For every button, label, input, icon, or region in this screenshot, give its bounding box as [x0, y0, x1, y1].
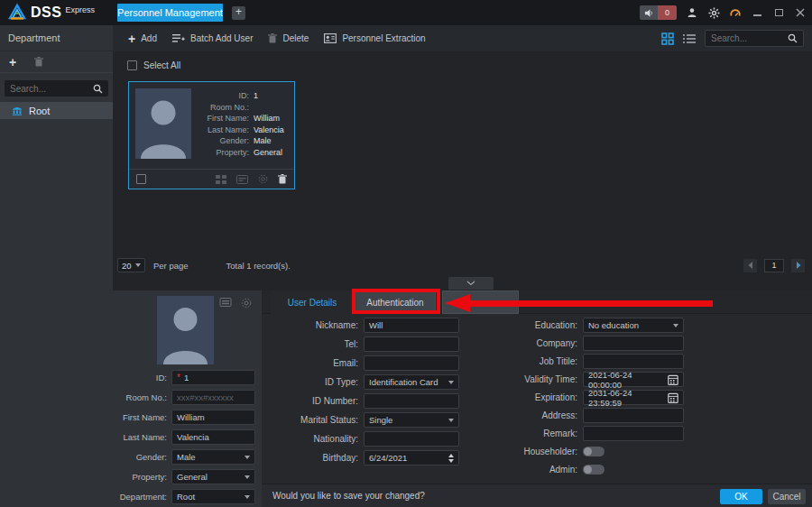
close-button[interactable] [794, 5, 807, 20]
total-records-label: Total 1 record(s). [226, 261, 291, 271]
card-icon[interactable] [236, 175, 248, 184]
alarm-center-button[interactable]: 0 [640, 5, 677, 20]
email-field[interactable] [364, 355, 459, 371]
search-icon [93, 84, 103, 94]
first-name-field[interactable] [171, 410, 255, 425]
settings-gear-icon[interactable] [707, 5, 720, 20]
collapse-panel-button[interactable] [448, 277, 494, 290]
department-select[interactable]: Root [171, 489, 255, 504]
chevron-down-icon [448, 381, 454, 384]
add-button[interactable]: + Add [128, 33, 157, 43]
company-row: Company: [492, 336, 684, 351]
profile-department-row: Department: Root [113, 489, 256, 504]
cancel-button[interactable]: Cancel [768, 489, 806, 504]
address-field[interactable] [583, 408, 684, 423]
room-no-field[interactable] [171, 390, 255, 405]
tel-field[interactable] [364, 336, 459, 352]
profile-photo[interactable] [157, 296, 214, 364]
property-select[interactable]: General [171, 469, 255, 484]
job-title-input[interactable] [588, 356, 678, 366]
department-search-input[interactable] [10, 84, 93, 94]
tab-user-details[interactable]: User Details [271, 290, 354, 314]
ok-button[interactable]: OK [720, 489, 762, 504]
sidebar-item-root-label: Root [29, 106, 50, 116]
chevron-down-icon [673, 324, 678, 327]
add-department-icon[interactable]: + [9, 58, 16, 67]
current-page-box[interactable]: 1 [764, 259, 784, 272]
card-field-room: Room No.: [191, 102, 289, 114]
spinner-arrows-icon[interactable] [448, 454, 454, 463]
batch-add-user-button[interactable]: Batch Add User [172, 33, 253, 43]
gender-select[interactable]: Male [171, 449, 255, 465]
remark-field[interactable] [583, 426, 684, 441]
education-select[interactable]: No education [583, 318, 684, 333]
chevron-down-icon [245, 456, 250, 459]
id-type-select[interactable]: Identification Card [364, 374, 459, 390]
householder-toggle[interactable] [583, 447, 604, 456]
personnel-extraction-button[interactable]: Personnel Extraction [324, 33, 425, 43]
nickname-field[interactable] [364, 318, 459, 333]
validity-time-picker[interactable]: 2021-06-24 00:00:00 [583, 372, 684, 387]
tab-personnel-management[interactable]: Personnel Management [117, 4, 223, 22]
delete-department-icon[interactable] [34, 57, 43, 67]
fingerprint-icon[interactable] [258, 174, 268, 184]
id-number-input[interactable] [369, 396, 454, 406]
nationality-field[interactable] [364, 431, 459, 447]
id-card-icon[interactable] [219, 298, 232, 307]
email-input[interactable] [369, 358, 454, 368]
calendar-icon[interactable] [668, 392, 678, 403]
calendar-icon[interactable] [668, 374, 678, 385]
last-name-input[interactable] [177, 432, 250, 442]
id-number-field[interactable] [364, 393, 459, 409]
chevron-down-icon [466, 281, 475, 286]
personnel-search-input[interactable] [711, 33, 788, 43]
tel-input[interactable] [369, 339, 454, 349]
prev-page-button[interactable] [743, 259, 757, 272]
first-name-input[interactable] [177, 412, 250, 422]
company-input[interactable] [588, 338, 678, 348]
grid-view-icon[interactable] [661, 32, 674, 45]
address-input[interactable] [588, 410, 678, 420]
list-view-icon[interactable] [683, 33, 696, 44]
id-field[interactable]: * 1 [171, 370, 255, 385]
last-name-field[interactable] [171, 429, 255, 445]
delete-button[interactable]: Delete [268, 33, 309, 43]
select-all-control[interactable]: Select All [127, 60, 180, 70]
user-details-form-right: Education: No education Company: Job Tit… [492, 318, 684, 480]
minimize-button[interactable] [751, 5, 763, 20]
marital-status-row: Marital Status: Single [262, 412, 459, 428]
chevron-down-icon [245, 475, 250, 479]
user-account-icon[interactable] [686, 5, 698, 20]
room-no-input[interactable] [177, 392, 250, 402]
nickname-row: Nickname: [262, 318, 459, 333]
select-all-label: Select All [143, 60, 180, 70]
personnel-search-box[interactable] [705, 30, 804, 47]
marital-status-select[interactable]: Single [364, 412, 459, 428]
authorize-icon[interactable] [216, 175, 226, 184]
chevron-right-icon [796, 262, 801, 269]
department-building-icon [12, 106, 23, 115]
department-search-box[interactable] [5, 80, 108, 97]
maximize-button[interactable] [772, 5, 785, 20]
job-title-field[interactable] [583, 354, 684, 369]
select-all-checkbox[interactable] [127, 60, 137, 70]
fingerprint-icon[interactable] [241, 298, 252, 309]
performance-gauge-icon[interactable] [729, 5, 742, 20]
new-tab-button[interactable]: + [232, 6, 245, 20]
nickname-input[interactable] [369, 320, 454, 330]
next-page-button[interactable] [791, 259, 805, 272]
person-card[interactable]: ID:1 Room No.: First Name:William Last N… [128, 81, 295, 189]
nationality-input[interactable] [369, 434, 454, 444]
admin-toggle[interactable] [583, 465, 604, 475]
profile-room-row: Room No.: [113, 390, 256, 405]
delete-person-icon[interactable] [278, 174, 287, 184]
department-sidebar: + Root [0, 51, 113, 507]
company-field[interactable] [583, 336, 684, 351]
remark-input[interactable] [588, 429, 678, 438]
expiration-picker[interactable]: 2031-06-24 23:59:59 [583, 390, 684, 405]
birthday-spinner[interactable]: 6/24/2021 [364, 450, 459, 466]
profile-column: ID: * 1 Room No.: First Name: [113, 290, 262, 507]
sidebar-item-root[interactable]: Root [0, 102, 113, 119]
card-select-checkbox[interactable] [136, 174, 146, 184]
per-page-select[interactable]: 20 [117, 258, 145, 272]
